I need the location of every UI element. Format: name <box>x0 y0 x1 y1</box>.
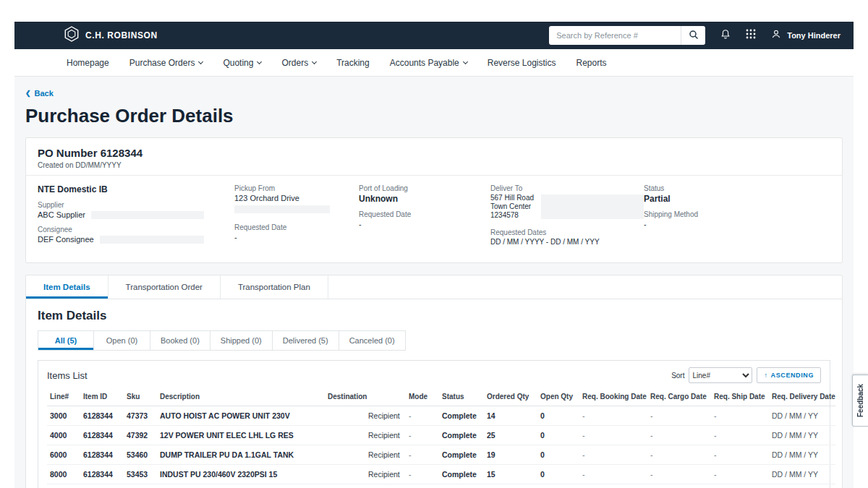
table-cell: DD / MM / YY <box>769 426 835 445</box>
table-row: 6000612834453460DUMP TRAILER PU DA 1.1GA… <box>47 445 835 465</box>
table-cell: - <box>647 445 711 465</box>
chevron-down-icon <box>312 59 317 64</box>
table-cell: 19 <box>484 445 537 465</box>
table-cell: 47373 <box>124 406 157 426</box>
app-frame: C.H. ROBINSON <box>14 22 854 488</box>
column-header-item-id: Item ID <box>80 388 124 406</box>
search-button[interactable] <box>681 26 705 45</box>
brand-logo[interactable]: C.H. ROBINSON <box>64 26 158 45</box>
requested-dates-value: DD / MM / YYYY - DD / MM / YYY <box>490 238 644 246</box>
nav-item-purchase-orders[interactable]: Purchase Orders <box>129 58 203 68</box>
table-cell: - <box>579 445 647 465</box>
table-cell: BI-ROTATIONAL PUMP/MOTOR <box>157 484 325 488</box>
column-header-line: Line# <box>47 388 80 406</box>
ascending-arrow-icon: ↑ <box>764 372 767 379</box>
search-icon <box>689 30 699 42</box>
notifications-button[interactable] <box>720 28 731 43</box>
po-column-pickup: Pickup From 123 Orchard Drive Requested … <box>234 184 359 252</box>
item-details-heading: Item Details <box>26 299 842 330</box>
table-cell: 53460 <box>124 445 157 465</box>
brand-name: C.H. ROBINSON <box>85 30 158 40</box>
port-requested-date-value: - <box>359 220 490 228</box>
column-header-destination: Destination <box>325 388 406 406</box>
page-content: ❮ Back Purchase Order Details PO Number … <box>14 77 854 488</box>
nav-item-reports[interactable]: Reports <box>576 58 607 68</box>
filter-shipped-0[interactable]: Shipped (0) <box>210 330 273 351</box>
sort-direction-button[interactable]: ↑ ASCENDING <box>757 367 821 383</box>
table-row: 10000612834447349BI-ROTATIONAL PUMP/MOTO… <box>47 484 835 488</box>
table-cell: - <box>711 445 769 465</box>
consignee-label: Consignee <box>38 226 234 234</box>
po-column-deliver: Deliver To 567 Hill RoadTown Center12345… <box>490 184 644 252</box>
column-header-sku: Sku <box>124 388 157 406</box>
table-cell: Recipient <box>325 426 406 445</box>
column-header-req-booking-date: Req. Booking Date <box>579 388 647 406</box>
nav-item-label: Accounts Payable <box>390 58 459 68</box>
items-list-panel: Items List Sort Line# ↑ ASCENDING Line#I… <box>38 360 830 488</box>
tab-transportation-order[interactable]: Transportation Order <box>109 275 221 299</box>
sort-select[interactable]: Line# <box>689 367 752 383</box>
nav-item-orders[interactable]: Orders <box>281 58 316 68</box>
tab-item-details[interactable]: Item Details <box>26 275 109 299</box>
table-cell: Complete <box>439 484 484 488</box>
table-cell: Complete <box>439 445 484 465</box>
column-header-req-cargo-date: Req. Cargo Date <box>647 388 711 406</box>
apps-menu-button[interactable] <box>746 29 756 42</box>
tab-transportation-plan[interactable]: Transportation Plan <box>221 275 328 299</box>
created-label: Created on <box>38 161 73 169</box>
filter-open-0[interactable]: Open (0) <box>94 330 150 351</box>
table-row: 3000612834447373AUTO HOIST AC POWER UNIT… <box>47 406 835 426</box>
feedback-tab[interactable]: Feedback <box>852 374 868 427</box>
chevron-down-icon <box>257 59 262 64</box>
table-cell: 0 <box>537 484 579 488</box>
filter-canceled-0[interactable]: Canceled (0) <box>339 330 406 351</box>
deliver-to-lines: 567 Hill RoadTown Center1234578 <box>490 194 534 220</box>
table-cell: 18 <box>484 484 537 488</box>
search-input[interactable] <box>549 26 681 45</box>
table-cell: - <box>406 445 439 465</box>
filter-all-5[interactable]: All (5) <box>38 330 94 351</box>
nav-item-label: Reports <box>576 58 607 68</box>
main-nav: HomepagePurchase OrdersQuotingOrdersTrac… <box>14 49 854 77</box>
table-cell: 25 <box>484 426 537 445</box>
filter-delivered-5[interactable]: Delivered (5) <box>273 330 339 351</box>
table-cell: 53453 <box>124 465 157 484</box>
nav-item-homepage[interactable]: Homepage <box>67 58 109 68</box>
user-name: Tony Hinderer <box>787 31 841 40</box>
table-cell: DD / MM / YY <box>769 406 835 426</box>
po-number: PO Number 6128344 <box>38 147 830 159</box>
table-cell: DD / MM / YY <box>769 445 835 465</box>
nav-item-quoting[interactable]: Quoting <box>223 58 261 68</box>
items-table-body: 3000612834447373AUTO HOIST AC POWER UNIT… <box>47 406 835 488</box>
nav-item-reverse-logistics[interactable]: Reverse Logistics <box>488 58 556 68</box>
nav-item-accounts-payable[interactable]: Accounts Payable <box>390 58 467 68</box>
column-header-open-qty: Open Qty <box>537 388 579 406</box>
status-filter-strip: All (5)Open (0)Booked (0)Shipped (0)Deli… <box>38 330 830 351</box>
table-cell: 6128344 <box>80 406 124 426</box>
status-label: Status <box>644 184 830 192</box>
table-cell: 47392 <box>124 426 157 445</box>
column-header-mode: Mode <box>406 388 439 406</box>
nav-item-label: Homepage <box>67 58 109 68</box>
table-cell: - <box>579 406 647 426</box>
filter-booked-0[interactable]: Booked (0) <box>150 330 210 351</box>
nav-item-tracking[interactable]: Tracking <box>336 58 370 68</box>
redaction-bar <box>91 211 204 219</box>
supplier-value: ABC Supplier <box>38 210 85 219</box>
table-row: 8000612834453453INDUST PU 230/460V 2320P… <box>47 465 835 484</box>
column-header-description: Description <box>157 388 325 406</box>
back-link[interactable]: ❮ Back <box>25 89 54 98</box>
table-cell: 6128344 <box>80 484 124 488</box>
user-menu[interactable]: Tony Hinderer <box>770 28 841 43</box>
shipping-method-label: Shipping Method <box>644 210 830 218</box>
table-cell: 47349 <box>124 484 157 488</box>
ascending-label: ASCENDING <box>771 372 814 379</box>
tab-strip: Item DetailsTransportation OrderTranspor… <box>26 275 842 299</box>
back-label: Back <box>35 89 54 98</box>
table-cell: 15 <box>484 465 537 484</box>
redaction-bar <box>541 194 644 219</box>
table-cell: 0 <box>537 426 579 445</box>
nav-item-label: Quoting <box>223 58 253 68</box>
redaction-bar <box>234 205 330 213</box>
grid-icon <box>746 29 756 42</box>
